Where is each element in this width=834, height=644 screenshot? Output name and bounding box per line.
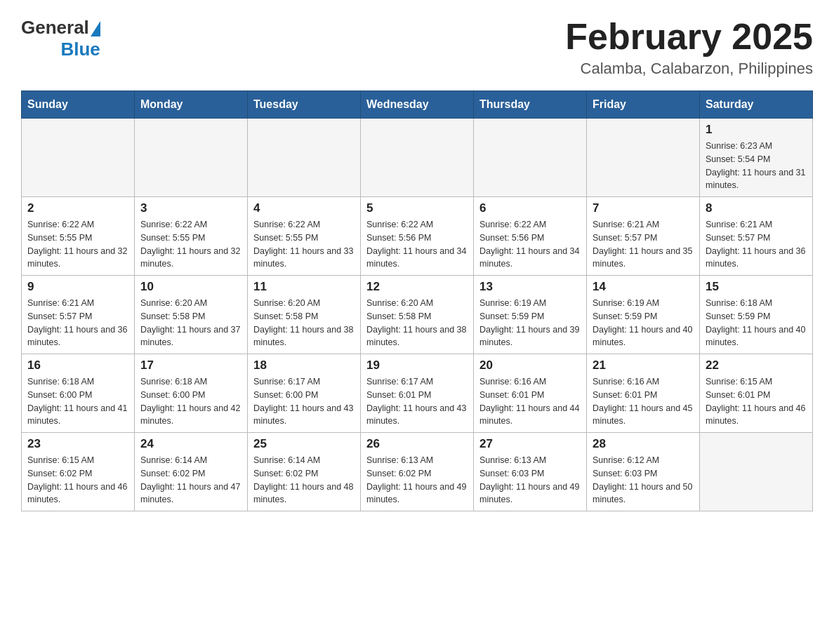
calendar-header-tuesday: Tuesday: [248, 91, 361, 119]
logo: General Blue: [21, 17, 100, 60]
day-number: 27: [479, 437, 581, 451]
calendar-cell: 12Sunrise: 6:20 AMSunset: 5:58 PMDayligh…: [361, 276, 474, 354]
calendar-cell: 25Sunrise: 6:14 AMSunset: 6:02 PMDayligh…: [248, 433, 361, 511]
calendar-week-row: 23Sunrise: 6:15 AMSunset: 6:02 PMDayligh…: [22, 433, 813, 511]
day-info: Sunrise: 6:22 AMSunset: 5:55 PMDaylight:…: [253, 218, 355, 271]
calendar-cell: 22Sunrise: 6:15 AMSunset: 6:01 PMDayligh…: [700, 354, 813, 433]
calendar-cell: [700, 433, 813, 511]
calendar-cell: 18Sunrise: 6:17 AMSunset: 6:00 PMDayligh…: [248, 354, 361, 433]
calendar-cell: [361, 119, 474, 197]
day-info: Sunrise: 6:19 AMSunset: 5:59 PMDaylight:…: [479, 297, 581, 349]
day-info: Sunrise: 6:16 AMSunset: 6:01 PMDaylight:…: [479, 375, 581, 428]
day-number: 10: [140, 280, 241, 294]
day-info: Sunrise: 6:15 AMSunset: 6:01 PMDaylight:…: [706, 375, 807, 428]
day-info: Sunrise: 6:15 AMSunset: 6:02 PMDaylight:…: [27, 454, 128, 507]
subtitle: Calamba, Calabarzon, Philippines: [565, 60, 813, 78]
day-number: 14: [593, 280, 694, 294]
day-number: 7: [593, 201, 694, 215]
calendar-cell: 1Sunrise: 6:23 AMSunset: 5:54 PMDaylight…: [700, 119, 813, 197]
day-number: 25: [253, 437, 355, 451]
calendar-header-wednesday: Wednesday: [361, 91, 474, 119]
calendar-cell: 28Sunrise: 6:12 AMSunset: 6:03 PMDayligh…: [587, 433, 700, 511]
day-info: Sunrise: 6:14 AMSunset: 6:02 PMDaylight:…: [253, 454, 355, 507]
day-number: 19: [366, 358, 468, 373]
calendar-cell: 13Sunrise: 6:19 AMSunset: 5:59 PMDayligh…: [474, 276, 587, 354]
day-info: Sunrise: 6:18 AMSunset: 5:59 PMDaylight:…: [706, 297, 807, 349]
day-info: Sunrise: 6:19 AMSunset: 5:59 PMDaylight:…: [593, 297, 694, 349]
day-number: 11: [253, 280, 355, 294]
calendar-cell: 24Sunrise: 6:14 AMSunset: 6:02 PMDayligh…: [135, 433, 248, 511]
day-info: Sunrise: 6:18 AMSunset: 6:00 PMDaylight:…: [140, 375, 241, 428]
calendar-cell: 2Sunrise: 6:22 AMSunset: 5:55 PMDaylight…: [22, 197, 135, 276]
calendar-table: SundayMondayTuesdayWednesdayThursdayFrid…: [21, 90, 813, 511]
calendar-cell: 9Sunrise: 6:21 AMSunset: 5:57 PMDaylight…: [22, 276, 135, 354]
calendar-cell: 3Sunrise: 6:22 AMSunset: 5:55 PMDaylight…: [135, 197, 248, 276]
calendar-cell: 5Sunrise: 6:22 AMSunset: 5:56 PMDaylight…: [361, 197, 474, 276]
calendar-week-row: 16Sunrise: 6:18 AMSunset: 6:00 PMDayligh…: [22, 354, 813, 433]
main-title: February 2025: [565, 17, 813, 57]
day-info: Sunrise: 6:20 AMSunset: 5:58 PMDaylight:…: [140, 297, 241, 349]
day-number: 28: [593, 437, 694, 451]
day-info: Sunrise: 6:14 AMSunset: 6:02 PMDaylight:…: [140, 454, 241, 507]
day-info: Sunrise: 6:22 AMSunset: 5:55 PMDaylight:…: [27, 218, 128, 271]
day-number: 12: [366, 280, 468, 294]
day-number: 26: [366, 437, 468, 451]
day-number: 5: [366, 201, 468, 215]
calendar-header-friday: Friday: [587, 91, 700, 119]
calendar-header-saturday: Saturday: [700, 91, 813, 119]
day-number: 13: [479, 280, 581, 294]
calendar-week-row: 2Sunrise: 6:22 AMSunset: 5:55 PMDaylight…: [22, 197, 813, 276]
day-info: Sunrise: 6:16 AMSunset: 6:01 PMDaylight:…: [593, 375, 694, 428]
calendar-cell: 10Sunrise: 6:20 AMSunset: 5:58 PMDayligh…: [135, 276, 248, 354]
day-info: Sunrise: 6:21 AMSunset: 5:57 PMDaylight:…: [27, 297, 128, 349]
calendar-cell: 16Sunrise: 6:18 AMSunset: 6:00 PMDayligh…: [22, 354, 135, 433]
day-number: 9: [27, 280, 128, 294]
day-info: Sunrise: 6:13 AMSunset: 6:02 PMDaylight:…: [366, 454, 468, 507]
calendar-header-row: SundayMondayTuesdayWednesdayThursdayFrid…: [22, 91, 813, 119]
day-number: 3: [140, 201, 241, 215]
day-number: 6: [479, 201, 581, 215]
day-info: Sunrise: 6:20 AMSunset: 5:58 PMDaylight:…: [366, 297, 468, 349]
calendar-cell: 11Sunrise: 6:20 AMSunset: 5:58 PMDayligh…: [248, 276, 361, 354]
logo-general-text: General: [21, 17, 89, 39]
calendar-header-sunday: Sunday: [22, 91, 135, 119]
day-number: 21: [593, 358, 694, 373]
calendar-cell: 23Sunrise: 6:15 AMSunset: 6:02 PMDayligh…: [22, 433, 135, 511]
calendar-cell: [22, 119, 135, 197]
day-info: Sunrise: 6:13 AMSunset: 6:03 PMDaylight:…: [479, 454, 581, 507]
day-number: 16: [27, 358, 128, 373]
calendar-cell: 17Sunrise: 6:18 AMSunset: 6:00 PMDayligh…: [135, 354, 248, 433]
calendar-week-row: 9Sunrise: 6:21 AMSunset: 5:57 PMDaylight…: [22, 276, 813, 354]
calendar-week-row: 1Sunrise: 6:23 AMSunset: 5:54 PMDaylight…: [22, 119, 813, 197]
calendar-cell: 6Sunrise: 6:22 AMSunset: 5:56 PMDaylight…: [474, 197, 587, 276]
day-number: 22: [706, 358, 807, 373]
calendar-header-thursday: Thursday: [474, 91, 587, 119]
day-number: 17: [140, 358, 241, 373]
logo-blue-text: Blue: [60, 39, 100, 60]
day-number: 2: [27, 201, 128, 215]
logo-triangle-icon: [91, 21, 100, 36]
day-number: 15: [706, 280, 807, 294]
page-header: General Blue February 2025 Calamba, Cala…: [21, 17, 813, 78]
calendar-cell: 26Sunrise: 6:13 AMSunset: 6:02 PMDayligh…: [361, 433, 474, 511]
calendar-cell: [248, 119, 361, 197]
day-number: 4: [253, 201, 355, 215]
day-number: 18: [253, 358, 355, 373]
calendar-cell: 8Sunrise: 6:21 AMSunset: 5:57 PMDaylight…: [700, 197, 813, 276]
day-info: Sunrise: 6:20 AMSunset: 5:58 PMDaylight:…: [253, 297, 355, 349]
day-number: 8: [706, 201, 807, 215]
calendar-cell: [587, 119, 700, 197]
day-info: Sunrise: 6:17 AMSunset: 6:00 PMDaylight:…: [253, 375, 355, 428]
calendar-cell: 19Sunrise: 6:17 AMSunset: 6:01 PMDayligh…: [361, 354, 474, 433]
calendar-cell: [135, 119, 248, 197]
day-info: Sunrise: 6:17 AMSunset: 6:01 PMDaylight:…: [366, 375, 468, 428]
calendar-cell: 27Sunrise: 6:13 AMSunset: 6:03 PMDayligh…: [474, 433, 587, 511]
day-number: 23: [27, 437, 128, 451]
day-number: 20: [479, 358, 581, 373]
calendar-header-monday: Monday: [135, 91, 248, 119]
calendar-cell: 7Sunrise: 6:21 AMSunset: 5:57 PMDaylight…: [587, 197, 700, 276]
day-info: Sunrise: 6:18 AMSunset: 6:00 PMDaylight:…: [27, 375, 128, 428]
day-info: Sunrise: 6:23 AMSunset: 5:54 PMDaylight:…: [706, 140, 807, 192]
calendar-cell: 14Sunrise: 6:19 AMSunset: 5:59 PMDayligh…: [587, 276, 700, 354]
calendar-cell: 4Sunrise: 6:22 AMSunset: 5:55 PMDaylight…: [248, 197, 361, 276]
